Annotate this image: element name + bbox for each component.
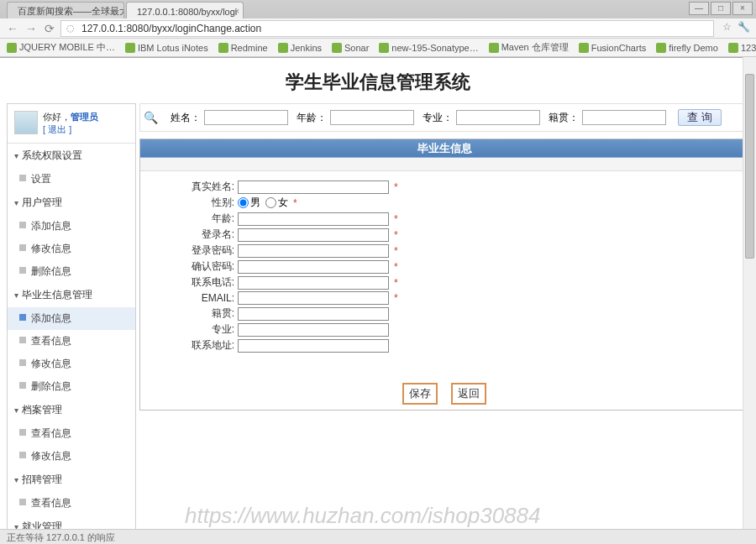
- form-row: 性别:男女*: [154, 196, 735, 210]
- wrench-icon[interactable]: 🔧: [736, 21, 751, 36]
- required-mark: *: [394, 292, 398, 304]
- form-input[interactable]: [238, 276, 389, 290]
- panel: 毕业生信息 真实姓名:*性别:男女*年龄:*登录名:*登录密码:*确认密码:*联…: [139, 139, 749, 411]
- radio-group: 男女: [238, 196, 288, 210]
- menu-item[interactable]: 修改信息: [8, 353, 135, 375]
- sidebar: 你好，管理员 [ 退出 ] 系统权限设置设置用户管理添加信息修改信息删除信息毕业…: [7, 103, 136, 544]
- scrollbar[interactable]: [743, 57, 756, 529]
- radio-option[interactable]: 女: [265, 196, 288, 210]
- form: 真实姓名:*性别:男女*年龄:*登录名:*登录密码:*确认密码:*联系电话:*E…: [140, 171, 748, 368]
- menu-item[interactable]: 添加信息: [8, 215, 135, 238]
- form-row: 联系电话:*: [154, 275, 735, 290]
- form-actions: 保存 返回: [140, 368, 748, 410]
- menu-item[interactable]: 修改信息: [8, 238, 135, 260]
- search-button[interactable]: 查 询: [678, 109, 722, 126]
- menu-item[interactable]: 添加信息: [8, 307, 135, 330]
- status-bar: 正在等待 127.0.0.1 的响应: [0, 529, 756, 544]
- field-label: 确认密码:: [154, 259, 238, 274]
- search-input[interactable]: [456, 110, 540, 125]
- logout-link[interactable]: [ 退出 ]: [43, 124, 71, 134]
- panel-title: 毕业生信息: [140, 139, 748, 158]
- search-label: 专业：: [423, 112, 453, 123]
- scrollbar-thumb[interactable]: [745, 74, 754, 259]
- form-row: 真实姓名:*: [154, 180, 735, 194]
- panel-tabs: [140, 158, 748, 171]
- required-mark: *: [394, 245, 398, 257]
- search-input[interactable]: [582, 110, 666, 125]
- star-icon[interactable]: ☆: [719, 21, 734, 36]
- search-icon: 🔍: [144, 111, 157, 124]
- form-row: EMAIL:*: [154, 291, 735, 305]
- search-label: 姓名：: [171, 112, 201, 123]
- window-controls: — □ ×: [687, 2, 753, 15]
- menu-group-head[interactable]: 用户管理: [8, 191, 135, 215]
- required-mark: *: [394, 229, 398, 241]
- menu-item[interactable]: 删除信息: [8, 375, 135, 398]
- radio-option[interactable]: 男: [238, 196, 260, 210]
- menu-item[interactable]: 删除信息: [8, 260, 135, 283]
- field-label: 专业:: [154, 322, 238, 337]
- bookmark-icon: [278, 43, 288, 53]
- bookmark-icon: [125, 43, 135, 53]
- user-box: 你好，管理员 [ 退出 ]: [8, 104, 135, 144]
- field-label: EMAIL:: [154, 292, 238, 304]
- back-button[interactable]: ←: [5, 21, 20, 36]
- form-input[interactable]: [238, 307, 389, 321]
- menu-group-head[interactable]: 档案管理: [8, 398, 135, 422]
- search-input[interactable]: [330, 110, 414, 125]
- browser-tab[interactable]: 百度新闻搜索——全球最大: [7, 2, 124, 18]
- save-button[interactable]: 保存: [402, 383, 438, 405]
- menu-item[interactable]: 修改信息: [8, 445, 135, 468]
- form-input[interactable]: [238, 228, 389, 242]
- bookmark-item[interactable]: 123.127.237.189…: [728, 43, 756, 53]
- form-input[interactable]: [238, 244, 389, 258]
- menu-group-head[interactable]: 毕业生信息管理: [8, 283, 135, 307]
- field-label: 联系电话:: [154, 275, 238, 290]
- minimize-button[interactable]: —: [689, 2, 709, 15]
- bookmark-icon: [656, 43, 666, 53]
- search-input[interactable]: [204, 110, 288, 125]
- form-input[interactable]: [238, 212, 389, 226]
- bookmark-item[interactable]: Sonar: [332, 43, 369, 53]
- page-title: 学生毕业信息管理系统: [0, 58, 756, 103]
- form-input[interactable]: [238, 180, 389, 194]
- reload-button[interactable]: ⟳: [42, 21, 57, 36]
- bookmark-item[interactable]: Redmine: [218, 43, 268, 53]
- url-input[interactable]: ◌ 127.0.0.1:8080/byxx/loginChange.action: [60, 20, 714, 37]
- bookmark-icon: [379, 43, 389, 53]
- browser-tab[interactable]: 127.0.0.1:8080/byxx/logi ×: [126, 2, 244, 18]
- menu-item[interactable]: 查看信息: [8, 492, 135, 515]
- bookmark-item[interactable]: Jenkins: [278, 43, 322, 53]
- browser-chrome: 百度新闻搜索——全球最大 127.0.0.1:8080/byxx/logi × …: [0, 0, 756, 58]
- menu-item[interactable]: 设置: [8, 168, 135, 191]
- globe-icon: ◌: [66, 23, 78, 34]
- menu-group-head[interactable]: 招聘管理: [8, 468, 135, 492]
- form-input[interactable]: [238, 291, 389, 305]
- close-icon[interactable]: ×: [234, 7, 239, 16]
- form-input[interactable]: [238, 323, 389, 337]
- maximize-button[interactable]: □: [711, 2, 731, 15]
- close-button[interactable]: ×: [732, 2, 753, 15]
- menu-group-head[interactable]: 系统权限设置: [8, 144, 135, 168]
- bookmark-item[interactable]: IBM Lotus iNotes: [125, 43, 208, 53]
- form-input[interactable]: [238, 339, 389, 353]
- form-row: 籍贯:: [154, 306, 735, 321]
- forward-button[interactable]: →: [24, 21, 39, 36]
- form-input[interactable]: [238, 260, 389, 274]
- bookmarks-bar: JQUERY MOBILE 中…IBM Lotus iNotesRedmineJ…: [0, 39, 756, 57]
- field-label: 年龄:: [154, 212, 238, 226]
- bookmark-item[interactable]: firefly Demo: [656, 43, 718, 53]
- back-button[interactable]: 返回: [451, 383, 486, 405]
- bookmark-item[interactable]: JQUERY MOBILE 中…: [7, 41, 115, 54]
- bookmark-item[interactable]: new-195-Sonatype…: [379, 43, 478, 53]
- bookmark-item[interactable]: FusionCharts: [579, 43, 646, 53]
- username: 管理员: [71, 112, 98, 122]
- bookmark-icon: [218, 43, 228, 53]
- form-row: 联系地址:: [154, 338, 735, 353]
- address-bar: ← → ⟳ ◌ 127.0.0.1:8080/byxx/loginChange.…: [0, 18, 756, 39]
- bookmark-icon: [728, 43, 738, 53]
- menu-item[interactable]: 查看信息: [8, 330, 135, 353]
- form-row: 登录名:*: [154, 228, 735, 242]
- bookmark-item[interactable]: Maven 仓库管理: [489, 41, 569, 54]
- menu-item[interactable]: 查看信息: [8, 422, 135, 445]
